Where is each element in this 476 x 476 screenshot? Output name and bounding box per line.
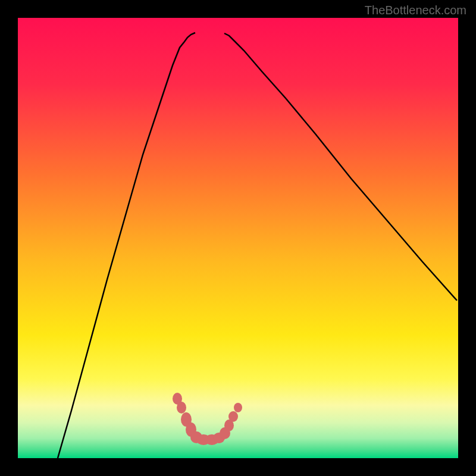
data-blob <box>177 402 186 414</box>
chart-svg <box>18 18 458 458</box>
chart-background <box>18 18 458 458</box>
data-blob <box>228 411 238 422</box>
chart-container <box>18 18 458 458</box>
watermark-text: TheBottleneck.com <box>365 4 466 17</box>
data-blob <box>234 403 242 412</box>
